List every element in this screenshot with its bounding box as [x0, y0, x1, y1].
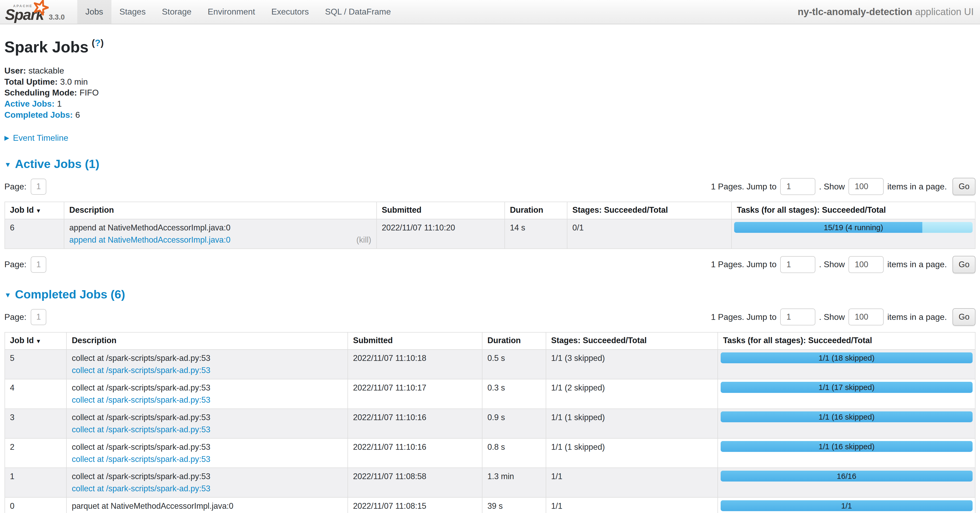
task-progress-bar: 16/16: [721, 471, 973, 481]
job-submitted-cell: 2022/11/07 11:10:20: [377, 219, 505, 249]
progress-label: 1/1: [721, 500, 973, 511]
progress-label: 16/16: [721, 471, 973, 481]
progress-label: 1/1 (16 skipped): [721, 441, 973, 452]
job-description-cell: collect at /spark-scripts/spark-ad.py:53…: [67, 468, 348, 497]
job-duration-cell: 0.9 s: [482, 409, 546, 438]
tab-environment[interactable]: Environment: [200, 0, 263, 24]
job-tasks-cell: 1/1 (17 skipped): [718, 379, 975, 409]
page-input[interactable]: [31, 256, 46, 273]
jump-to-input[interactable]: [780, 308, 815, 326]
page-label: Page:: [5, 260, 27, 269]
question-mark-icon: ?: [95, 38, 100, 48]
kill-link[interactable]: (kill): [356, 235, 371, 245]
page-input[interactable]: [31, 179, 46, 195]
navbar: APACHE Spark 3.3.0 Jobs Stages Storage E…: [0, 0, 980, 24]
tab-storage[interactable]: Storage: [154, 0, 200, 24]
sort-desc-icon: ▼: [36, 338, 41, 345]
completed-jobs-table: Job Id▼DescriptionSubmittedDurationStage…: [5, 332, 976, 513]
job-id-cell: 1: [5, 468, 67, 497]
go-button[interactable]: Go: [953, 308, 975, 326]
job-description: collect at /spark-scripts/spark-ad.py:53: [72, 413, 342, 422]
completed-jobs-link[interactable]: Completed Jobs:: [5, 110, 73, 119]
items-text: items in a page.: [888, 312, 947, 322]
items-text: items in a page.: [888, 182, 947, 192]
completed-jobs-section-title: Completed Jobs (6): [15, 287, 125, 301]
pagination-bar-completed-top: Page: 1 Pages. Jump to . Show items in a…: [5, 308, 976, 326]
info-active-jobs: Active Jobs:1: [5, 98, 976, 110]
task-progress-bar: 15/19 (4 running): [734, 222, 973, 233]
tab-executors[interactable]: Executors: [263, 0, 317, 24]
job-duration-cell: 0.8 s: [482, 438, 546, 468]
completed-jobs-section-toggle[interactable]: ▼ Completed Jobs (6): [5, 287, 976, 301]
job-submitted-cell: 2022/11/07 11:10:17: [348, 379, 482, 409]
job-tasks-cell: 1/1 (16 skipped): [718, 409, 975, 438]
jump-to-input[interactable]: [780, 178, 815, 195]
job-description-link[interactable]: collect at /spark-scripts/spark-ad.py:53: [72, 395, 210, 405]
job-stages-cell: 1/1 (1 skipped): [546, 438, 718, 468]
job-description-cell: collect at /spark-scripts/spark-ad.py:53…: [67, 349, 348, 379]
tab-jobs[interactable]: Jobs: [77, 0, 111, 24]
job-description-cell: collect at /spark-scripts/spark-ad.py:53…: [67, 409, 348, 438]
task-progress-bar: 1/1 (16 skipped): [721, 411, 973, 422]
job-submitted-cell: 2022/11/07 11:08:15: [348, 497, 482, 513]
spark-logo[interactable]: APACHE Spark 3.3.0: [0, 0, 71, 24]
job-description-link[interactable]: collect at /spark-scripts/spark-ad.py:53: [72, 425, 210, 435]
info-scheduling-mode: Scheduling Mode:FIFO: [5, 87, 976, 98]
spark-star-icon: [33, 0, 49, 16]
page-label: Page:: [5, 312, 27, 322]
event-timeline-toggle[interactable]: ▶ Event Timeline: [5, 133, 976, 143]
jump-to-input[interactable]: [780, 256, 815, 273]
job-row: 1collect at /spark-scripts/spark-ad.py:5…: [5, 468, 975, 497]
main-content: Spark Jobs(?) User:stackable Total Uptim…: [0, 38, 980, 513]
page-input[interactable]: [31, 309, 46, 325]
info-user: User:stackable: [5, 65, 976, 76]
column-header-job-id[interactable]: Job Id▼: [5, 332, 67, 349]
help-link[interactable]: (?): [92, 38, 103, 48]
job-tasks-cell: 16/16: [718, 468, 975, 497]
job-stages-cell: 1/1 (1 skipped): [546, 409, 718, 438]
completed-table-header-row: Job Id▼DescriptionSubmittedDurationStage…: [5, 332, 975, 349]
job-description: collect at /spark-scripts/spark-ad.py:53: [72, 383, 342, 393]
show-items-input[interactable]: [848, 308, 883, 326]
pagination-bar-active-bottom: Page: 1 Pages. Jump to . Show items in a…: [5, 256, 976, 273]
column-header-duration[interactable]: Duration: [505, 202, 567, 219]
column-header-duration[interactable]: Duration: [482, 332, 546, 349]
go-button[interactable]: Go: [953, 178, 975, 195]
tab-stages[interactable]: Stages: [111, 0, 154, 24]
info-completed-jobs: Completed Jobs:6: [5, 110, 976, 121]
column-header-submitted[interactable]: Submitted: [377, 202, 505, 219]
show-text: . Show: [819, 260, 845, 269]
column-header-job-id[interactable]: Job Id▼: [5, 202, 64, 219]
column-header-stages-succeeded-total[interactable]: Stages: Succeeded/Total: [546, 332, 718, 349]
column-header-description[interactable]: Description: [67, 332, 348, 349]
job-duration-cell: 0.3 s: [482, 379, 546, 409]
active-jobs-table: Job Id▼DescriptionSubmittedDurationStage…: [5, 202, 976, 249]
job-id-cell: 2: [5, 438, 67, 468]
job-description-link[interactable]: collect at /spark-scripts/spark-ad.py:53: [72, 365, 210, 375]
column-header-tasks-for-all-stages-succeeded-total[interactable]: Tasks (for all stages): Succeeded/Total: [718, 332, 975, 349]
job-description-link[interactable]: append at NativeMethodAccessorImpl.java:…: [69, 235, 231, 245]
job-tasks-cell: 1/1 (16 skipped): [718, 438, 975, 468]
active-jobs-link[interactable]: Active Jobs:: [5, 99, 55, 108]
job-submitted-cell: 2022/11/07 11:10:16: [348, 438, 482, 468]
go-button[interactable]: Go: [953, 256, 975, 273]
pages-text: 1 Pages. Jump to: [711, 182, 776, 192]
task-progress-bar: 1/1: [721, 500, 973, 511]
show-items-input[interactable]: [848, 256, 883, 273]
job-description-link[interactable]: collect at /spark-scripts/spark-ad.py:53: [72, 454, 210, 464]
tab-sql-dataframe[interactable]: SQL / DataFrame: [317, 0, 399, 24]
event-timeline-label: Event Timeline: [13, 133, 68, 143]
job-description-link[interactable]: collect at /spark-scripts/spark-ad.py:53: [72, 484, 210, 494]
active-jobs-section-title: Active Jobs (1): [15, 157, 99, 171]
column-header-submitted[interactable]: Submitted: [348, 332, 482, 349]
show-items-input[interactable]: [848, 178, 883, 195]
column-header-tasks-for-all-stages-succeeded-total[interactable]: Tasks (for all stages): Succeeded/Total: [732, 202, 975, 219]
expanded-arrow-icon: ▼: [5, 290, 11, 299]
column-header-stages-succeeded-total[interactable]: Stages: Succeeded/Total: [567, 202, 732, 219]
active-jobs-section-toggle[interactable]: ▼ Active Jobs (1): [5, 157, 976, 171]
job-submitted-cell: 2022/11/07 11:10:18: [348, 349, 482, 379]
job-description-cell: parquet at NativeMethodAccessorImpl.java…: [67, 497, 348, 513]
job-row: 3collect at /spark-scripts/spark-ad.py:5…: [5, 409, 975, 438]
column-header-description[interactable]: Description: [64, 202, 377, 219]
job-duration-cell: 0.5 s: [482, 349, 546, 379]
